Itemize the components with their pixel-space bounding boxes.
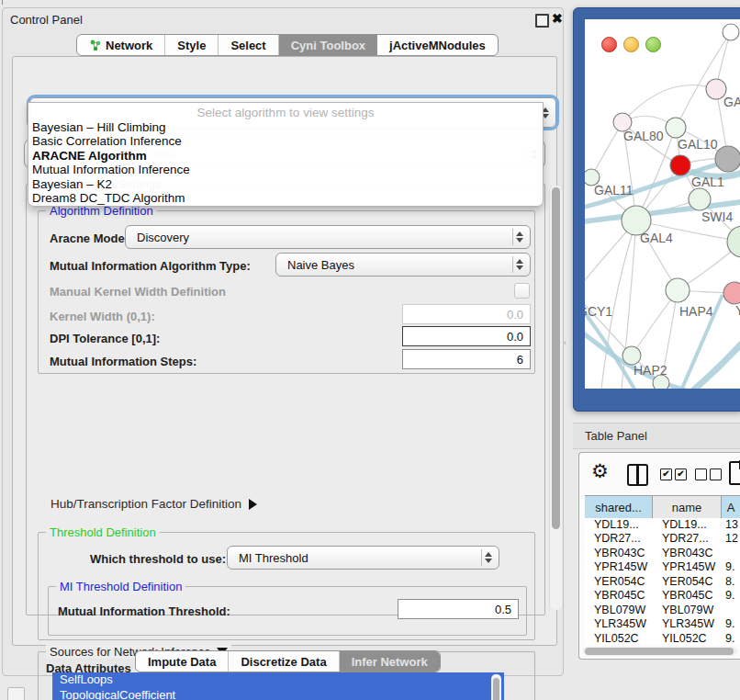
network-canvas[interactable]: GALGAL80GAL10GAL1GAL11SWI4GAL4HAP4YGCY1H…: [585, 19, 740, 389]
table-cell[interactable]: 12: [722, 532, 740, 547]
table-cell[interactable]: YIL052C: [585, 632, 653, 646]
table-cell[interactable]: 13: [722, 518, 740, 533]
gear-icon[interactable]: ⚙: [591, 460, 609, 482]
table-row[interactable]: YPR145WYPR145W9.: [585, 560, 740, 575]
table-row[interactable]: YDR27...YDR27...12: [585, 532, 740, 547]
panel-divider-grip[interactable]: ‹: [564, 338, 566, 347]
checked-column-icon[interactable]: ✔: [660, 469, 672, 480]
tab-label: jActiveMNodules: [389, 39, 486, 52]
table-cell[interactable]: 8.: [722, 575, 740, 590]
tab-network[interactable]: Network: [77, 35, 165, 55]
zoom-traffic-light-icon[interactable]: [645, 37, 661, 52]
close-traffic-light-icon[interactable]: [601, 37, 617, 52]
table-cell[interactable]: YBL079W: [585, 604, 653, 618]
minimize-traffic-light-icon[interactable]: [623, 37, 639, 52]
bottom-tab-discretize-data[interactable]: Discretize Data: [229, 651, 339, 672]
unchecked-column-icon[interactable]: [695, 469, 707, 480]
unchecked-column-icon[interactable]: [710, 469, 722, 480]
table-row[interactable]: YDL19...YDL19...13: [585, 518, 740, 533]
table-row[interactable]: YIL052CYIL052C9.: [585, 632, 740, 646]
table-cell[interactable]: YBR043C: [653, 547, 722, 561]
attributes-scrollbar[interactable]: [491, 674, 501, 700]
table-cell[interactable]: 9.: [722, 589, 740, 604]
network-node[interactable]: [622, 346, 641, 365]
aracne-mode-combobox[interactable]: Discovery: [125, 225, 531, 249]
table-cell[interactable]: YBR045C: [585, 589, 653, 604]
network-node[interactable]: [723, 24, 739, 40]
dropdown-item[interactable]: Mutual Information Inference: [28, 163, 543, 176]
table-cell[interactable]: YBR043C: [585, 547, 653, 561]
dropdown-item[interactable]: Bayesian – K2: [28, 177, 543, 191]
attribute-list-item[interactable]: SelfLoops: [52, 672, 504, 688]
which-threshold-combobox[interactable]: MI Threshold: [227, 546, 499, 570]
network-node[interactable]: [666, 278, 690, 302]
table-cell[interactable]: YDL19...: [585, 518, 653, 533]
table-cell[interactable]: 9.: [722, 617, 740, 632]
settings-vertical-scrollbar[interactable]: [549, 186, 562, 610]
table-row[interactable]: YBR045CYBR045C9.: [585, 589, 740, 604]
bottom-tab-impute-data[interactable]: Impute Data: [136, 651, 229, 672]
tab-style[interactable]: Style: [165, 35, 219, 55]
table-cell[interactable]: [722, 547, 740, 561]
scrollbar-thumb[interactable]: [493, 678, 499, 700]
attribute-list-item[interactable]: TopologicalCoefficient: [52, 688, 504, 700]
network-node[interactable]: [666, 118, 686, 138]
dpi-tolerance-input[interactable]: 0.0: [402, 326, 531, 346]
table-cell[interactable]: YDR27...: [585, 532, 653, 547]
table-cell[interactable]: YDL19...: [653, 518, 722, 533]
column-header-name[interactable]: name: [653, 496, 722, 518]
table-cell[interactable]: 9.: [722, 632, 740, 646]
table-cell[interactable]: YIL052C: [653, 632, 722, 646]
table-cell[interactable]: YPR145W: [585, 560, 653, 575]
mi-algorithm-type-combobox[interactable]: Naive Bayes: [275, 253, 531, 277]
close-icon[interactable]: ✖: [552, 11, 563, 26]
manual-kernel-checkbox[interactable]: [514, 283, 530, 299]
table-row[interactable]: YBR043CYBR043C: [585, 547, 740, 561]
hub-definition-expander[interactable]: Hub/Transcription Factor Definition: [50, 497, 257, 511]
table-cell[interactable]: YLR345W: [585, 617, 653, 632]
column-header-A[interactable]: A: [722, 496, 740, 518]
network-node[interactable]: [689, 188, 711, 210]
kernel-width-input[interactable]: 0.0: [402, 304, 531, 324]
table-cell[interactable]: YER054C: [653, 575, 722, 590]
table-cell[interactable]: YDR27...: [653, 532, 722, 547]
split-columns-icon[interactable]: [627, 464, 648, 486]
tab-jactivemnodules[interactable]: jActiveMNodules: [377, 35, 498, 55]
table-row[interactable]: YBL079WYBL079W: [585, 604, 740, 618]
table-cell[interactable]: YLR345W: [653, 617, 722, 632]
tab-label: Style: [177, 39, 206, 52]
dropdown-item[interactable]: Basic Correlation Inference: [28, 134, 543, 148]
table-horizontal-scrollbar[interactable]: [583, 647, 737, 656]
table-cell[interactable]: YBR045C: [653, 589, 722, 604]
network-node[interactable]: [715, 146, 740, 172]
document-icon[interactable]: [729, 461, 740, 485]
tab-select[interactable]: Select: [219, 35, 278, 55]
scrollbar-thumb[interactable]: [552, 187, 560, 529]
mi-steps-input[interactable]: 6: [402, 349, 531, 369]
scrollbar-thumb[interactable]: [585, 648, 734, 655]
hub-definition-label: Hub/Transcription Factor Definition: [50, 497, 241, 511]
bottom-tab-infer-network[interactable]: Infer Network: [340, 651, 440, 672]
bottom-tab-label: Infer Network: [352, 655, 428, 669]
table-row[interactable]: YLR345WYLR345W9.: [585, 617, 740, 632]
dropdown-item[interactable]: ARACNE Algorithm: [28, 149, 543, 163]
dropdown-item[interactable]: Dream8 DC_TDC Algorithm: [28, 191, 543, 205]
network-node[interactable]: [723, 282, 740, 304]
dropdown-item[interactable]: Bayesian – Hill Climbing: [28, 120, 543, 134]
table-row[interactable]: YER054CYER054C8.: [585, 575, 740, 590]
table-cell[interactable]: YPR145W: [653, 560, 722, 575]
network-view-window[interactable]: GALGAL80GAL10GAL1GAL11SWI4GAL4HAP4YGCY1H…: [573, 7, 740, 412]
table-cell[interactable]: YBL079W: [653, 604, 722, 618]
column-header-shared[interactable]: shared...: [585, 496, 653, 518]
table-cell[interactable]: [722, 604, 740, 618]
mi-steps-label: Mutual Information Steps:: [50, 355, 196, 368]
minimized-panel-icon[interactable]: [7, 687, 25, 700]
mi-threshold-input[interactable]: 0.5: [398, 599, 519, 619]
table-cell[interactable]: YER054C: [585, 575, 653, 590]
float-window-icon[interactable]: [535, 14, 549, 28]
network-node-label: HAP2: [633, 363, 667, 378]
checked-column-icon[interactable]: ✔: [675, 469, 687, 480]
table-cell[interactable]: 9.: [722, 560, 740, 575]
tab-cyni-toolbox[interactable]: Cyni Toolbox: [279, 35, 377, 55]
network-node[interactable]: [670, 155, 690, 175]
